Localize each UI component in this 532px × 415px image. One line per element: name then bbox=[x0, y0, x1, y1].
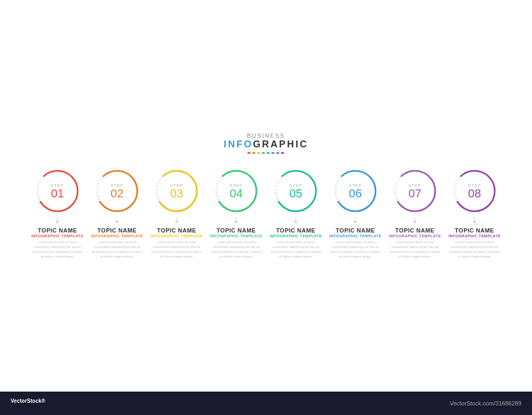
circle-wrapper-5: STEP05 bbox=[275, 170, 317, 212]
circle-inner-8: STEP08 bbox=[456, 173, 493, 209]
step-item-4: STEP04⇣TOPIC NAMEINFOGRAPHIC TEMPLATELor… bbox=[206, 170, 266, 259]
circle-inner-1: STEP01 bbox=[39, 173, 76, 209]
arrow-down-1: ⇣ bbox=[54, 217, 61, 224]
main-content: BUSINESS INFOGRAPHIC STEP01⇣TOPIC NAMEIN… bbox=[0, 0, 532, 392]
topic-name-8: TOPIC NAME bbox=[455, 227, 494, 234]
circle-inner-5: STEP05 bbox=[278, 173, 314, 209]
circle-wrapper-1: STEP01 bbox=[36, 170, 79, 212]
registered-symbol: ® bbox=[41, 398, 45, 404]
template-label-1: INFOGRAPHIC TEMPLATE bbox=[31, 234, 84, 238]
step-item-7: STEP07⇣TOPIC NAMEINFOGRAPHIC TEMPLATELor… bbox=[385, 170, 445, 259]
template-label-4: INFOGRAPHIC TEMPLATE bbox=[210, 234, 262, 238]
template-label-7: INFOGRAPHIC TEMPLATE bbox=[389, 234, 441, 238]
step-number-2: 02 bbox=[111, 188, 123, 200]
color-dots bbox=[223, 152, 308, 154]
circle-inner-3: STEP03 bbox=[159, 173, 195, 209]
circle-wrapper-8: STEP08 bbox=[453, 170, 496, 212]
step-number-1: 01 bbox=[51, 188, 64, 200]
infographic-label: INFOGRAPHIC bbox=[223, 139, 308, 150]
header-dot-2 bbox=[252, 152, 255, 154]
header-dot-7 bbox=[276, 152, 279, 154]
info-part: INFO bbox=[223, 139, 253, 150]
footer-bar: VectorStock® VectorStock.com/31686289 bbox=[0, 392, 532, 415]
topic-name-4: TOPIC NAME bbox=[217, 227, 256, 234]
footer-url: VectorStock.com/31686289 bbox=[450, 400, 521, 406]
arrow-down-5: ⇣ bbox=[293, 217, 299, 224]
business-label: BUSINESS bbox=[223, 132, 308, 139]
steps-container: STEP01⇣TOPIC NAMEINFOGRAPHIC TEMPLATELor… bbox=[28, 170, 504, 259]
body-text-3: Lorem ipsum dolor sit amet consectetur a… bbox=[150, 240, 203, 259]
body-text-4: Lorem ipsum dolor sit amet consectetur a… bbox=[210, 240, 263, 259]
circle-wrapper-7: STEP07 bbox=[394, 170, 436, 212]
body-text-2: Lorem ipsum dolor sit amet consectetur a… bbox=[90, 240, 144, 259]
arrow-down-3: ⇣ bbox=[173, 217, 180, 224]
topic-name-5: TOPIC NAME bbox=[276, 227, 315, 234]
step-item-1: STEP01⇣TOPIC NAMEINFOGRAPHIC TEMPLATELor… bbox=[28, 170, 87, 259]
arrow-down-8: ⇣ bbox=[471, 217, 478, 224]
footer-logo: VectorStock® bbox=[11, 398, 45, 408]
circle-wrapper-2: STEP02 bbox=[96, 170, 138, 212]
step-number-5: 05 bbox=[289, 188, 302, 200]
circle-wrapper-6: STEP06 bbox=[334, 170, 377, 212]
topic-name-6: TOPIC NAME bbox=[336, 227, 375, 234]
step-item-6: STEP06⇣TOPIC NAMEINFOGRAPHIC TEMPLATELor… bbox=[326, 170, 385, 259]
arrow-down-7: ⇣ bbox=[412, 217, 418, 224]
header-dot-8 bbox=[281, 152, 284, 154]
header-dot-4 bbox=[262, 152, 265, 154]
step-number-6: 06 bbox=[349, 188, 362, 200]
topic-name-3: TOPIC NAME bbox=[157, 227, 196, 234]
step-number-8: 08 bbox=[468, 188, 481, 200]
body-text-5: Lorem ipsum dolor sit amet consectetur a… bbox=[269, 240, 322, 259]
infographic-header: BUSINESS INFOGRAPHIC bbox=[223, 132, 308, 154]
arrow-down-6: ⇣ bbox=[352, 217, 359, 224]
graphic-part: GRAPHIC bbox=[253, 139, 308, 150]
circle-inner-7: STEP07 bbox=[397, 173, 433, 209]
step-item-2: STEP02⇣TOPIC NAMEINFOGRAPHIC TEMPLATELor… bbox=[87, 170, 147, 259]
logo-text: VectorStock bbox=[11, 398, 41, 404]
circle-inner-6: STEP06 bbox=[337, 173, 373, 209]
template-label-2: INFOGRAPHIC TEMPLATE bbox=[91, 234, 143, 238]
step-item-8: STEP08⇣TOPIC NAMEINFOGRAPHIC TEMPLATELor… bbox=[445, 170, 504, 259]
body-text-1: Lorem ipsum dolor sit amet consectetur a… bbox=[31, 240, 84, 259]
header-dot-5 bbox=[267, 152, 270, 154]
circle-inner-2: STEP02 bbox=[99, 173, 135, 209]
arrow-down-2: ⇣ bbox=[114, 217, 120, 224]
step-number-4: 04 bbox=[230, 188, 243, 200]
circle-wrapper-4: STEP04 bbox=[215, 170, 257, 212]
circle-inner-4: STEP04 bbox=[218, 173, 254, 209]
step-item-3: STEP03⇣TOPIC NAMEINFOGRAPHIC TEMPLATELor… bbox=[147, 170, 206, 259]
step-number-3: 03 bbox=[170, 188, 183, 200]
step-item-5: STEP05⇣TOPIC NAMEINFOGRAPHIC TEMPLATELor… bbox=[266, 170, 326, 259]
body-text-6: Lorem ipsum dolor sit amet consectetur a… bbox=[329, 240, 382, 259]
template-label-3: INFOGRAPHIC TEMPLATE bbox=[151, 234, 203, 238]
template-label-6: INFOGRAPHIC TEMPLATE bbox=[329, 234, 381, 238]
topic-name-1: TOPIC NAME bbox=[38, 227, 77, 234]
circle-wrapper-3: STEP03 bbox=[155, 170, 198, 212]
step-number-7: 07 bbox=[409, 188, 421, 200]
header-dot-6 bbox=[271, 152, 275, 154]
arrow-down-4: ⇣ bbox=[233, 217, 239, 224]
header-dot-3 bbox=[257, 152, 260, 154]
header-dot-1 bbox=[247, 152, 251, 154]
topic-name-7: TOPIC NAME bbox=[395, 227, 435, 234]
template-label-8: INFOGRAPHIC TEMPLATE bbox=[448, 234, 501, 238]
body-text-8: Lorem ipsum dolor sit amet consectetur a… bbox=[448, 240, 501, 259]
topic-name-2: TOPIC NAME bbox=[97, 227, 137, 234]
body-text-7: Lorem ipsum dolor sit amet consectetur a… bbox=[388, 240, 442, 259]
template-label-5: INFOGRAPHIC TEMPLATE bbox=[270, 234, 322, 238]
